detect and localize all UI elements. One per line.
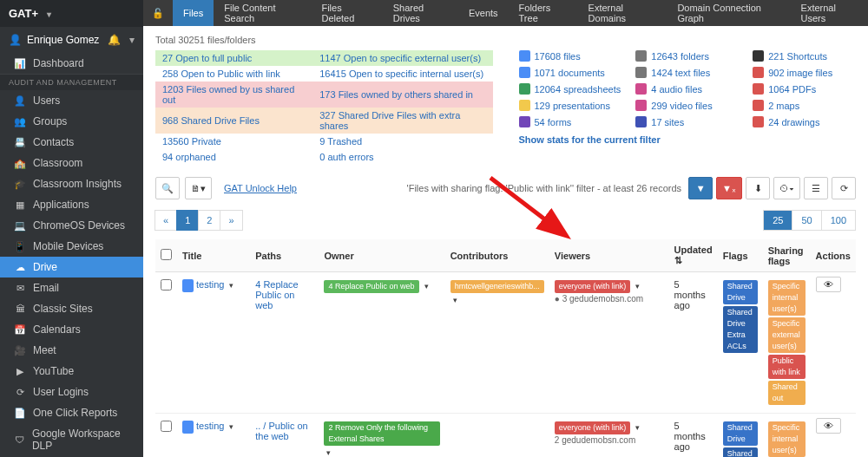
view-button[interactable]: 👁 bbox=[816, 418, 841, 434]
tab-files[interactable]: Files bbox=[173, 0, 214, 26]
file-type-link[interactable]: 4 audio files bbox=[651, 84, 702, 95]
file-title[interactable]: testing bbox=[196, 279, 224, 290]
file-type-link[interactable]: 17 sites bbox=[651, 117, 684, 127]
stats-summary: 27 Open to full public1147 Open to speci… bbox=[155, 50, 493, 165]
bell-icon[interactable]: 🔔 bbox=[108, 34, 121, 46]
stat-link[interactable]: 13560 Private bbox=[162, 136, 221, 147]
brand[interactable]: GAT+ bbox=[0, 0, 143, 27]
row-checkbox[interactable] bbox=[161, 421, 172, 432]
help-link[interactable]: GAT Unlock Help bbox=[224, 183, 297, 193]
sidebar-item-calendars[interactable]: 📅Calendars bbox=[0, 319, 143, 340]
chevron-down-icon[interactable]: ▾ bbox=[129, 34, 135, 46]
col-sharing[interactable]: Sharing flags bbox=[763, 239, 811, 272]
file-type-link[interactable]: 1064 PDFs bbox=[768, 84, 816, 95]
stat-link[interactable]: 258 Open to Public with link bbox=[162, 69, 280, 79]
page-size-option[interactable]: 50 bbox=[792, 210, 821, 231]
file-type-link[interactable]: 1424 text files bbox=[651, 68, 710, 78]
file-type-icon bbox=[753, 100, 764, 111]
stat-link[interactable]: 173 Files owned by others shared in bbox=[319, 89, 473, 100]
nav-icon: 💻 bbox=[14, 220, 26, 232]
show-stats-link[interactable]: Show stats for the current filter bbox=[519, 134, 661, 145]
chevron-down-icon[interactable] bbox=[227, 279, 233, 290]
sidebar-item-mobile-devices[interactable]: 📱Mobile Devices bbox=[0, 236, 143, 257]
file-type-link[interactable]: 902 image files bbox=[768, 68, 832, 78]
schedule-button[interactable]: ⏲▾ bbox=[773, 177, 800, 199]
col-actions[interactable]: Actions bbox=[811, 239, 856, 272]
cell-owner: 4 Replace Public on web bbox=[319, 272, 444, 414]
lock-icon[interactable]: 🔓 bbox=[143, 8, 173, 19]
select-all-checkbox[interactable] bbox=[161, 249, 172, 260]
file-type-link[interactable]: 299 video files bbox=[651, 101, 712, 111]
col-owner[interactable]: Owner bbox=[319, 239, 444, 272]
sidebar-item-classic-sites[interactable]: 🏛Classic Sites bbox=[0, 298, 143, 319]
filter-funnel-button[interactable]: ▼ bbox=[688, 177, 713, 199]
search-button[interactable]: 🔍 bbox=[155, 177, 180, 199]
row-checkbox[interactable] bbox=[161, 279, 172, 291]
file-type-link[interactable]: 2 maps bbox=[768, 101, 799, 111]
stat-link[interactable]: 1147 Open to specific external user(s) bbox=[319, 53, 481, 63]
file-type-link[interactable]: 129 presentations bbox=[535, 101, 610, 111]
columns-button[interactable]: ☰ bbox=[804, 177, 828, 199]
nav-dashboard[interactable]: 📊Dashboard bbox=[0, 53, 143, 74]
file-type-icon bbox=[635, 116, 647, 127]
filter-clear-button[interactable]: ▼ₓ bbox=[716, 177, 742, 199]
page-size-option[interactable]: 100 bbox=[821, 210, 856, 231]
stat-link[interactable]: 327 Shared Drive Files with extra shares bbox=[319, 110, 460, 131]
file-type-link[interactable]: 17608 files bbox=[535, 51, 581, 62]
col-title[interactable]: Title bbox=[177, 239, 250, 272]
tab-domain-connection-graph[interactable]: Domain Connection Graph bbox=[667, 0, 790, 26]
file-title[interactable]: testing bbox=[196, 421, 224, 431]
pager-page[interactable]: « bbox=[155, 210, 177, 231]
sidebar-item-user-logins[interactable]: ⟳User Logins bbox=[0, 382, 143, 402]
tab-external-users[interactable]: External Users bbox=[791, 0, 868, 26]
stat-link[interactable]: 0 auth errors bbox=[319, 152, 373, 162]
sidebar-item-users[interactable]: 👤Users bbox=[0, 90, 143, 111]
sidebar-item-applications[interactable]: ▦Applications bbox=[0, 194, 143, 215]
sidebar-item-youtube[interactable]: ▶YouTube bbox=[0, 361, 143, 382]
stat-link[interactable]: 1203 Files owned by us shared out bbox=[162, 84, 294, 105]
sidebar-item-classroom-insights[interactable]: 🎓Classroom Insights bbox=[0, 173, 143, 194]
sidebar-item-email[interactable]: ✉Email bbox=[0, 277, 143, 298]
file-type-link[interactable]: 54 forms bbox=[535, 117, 572, 127]
file-type-link[interactable]: 221 Shortcuts bbox=[768, 51, 827, 62]
stat-link[interactable]: 27 Open to full public bbox=[162, 53, 252, 63]
col-updated[interactable]: Updated ⇅ bbox=[669, 239, 718, 272]
file-type-link[interactable]: 12643 folders bbox=[651, 51, 709, 62]
sidebar-item-one-click-reports[interactable]: 📄One Click Reports bbox=[0, 402, 143, 423]
col-paths[interactable]: Paths bbox=[250, 239, 319, 272]
export-button[interactable]: 🗎▾ bbox=[185, 177, 212, 199]
sidebar-item-drive[interactable]: ☁Drive bbox=[0, 257, 143, 277]
sidebar-item-contacts[interactable]: 📇Contacts bbox=[0, 132, 143, 153]
stat-link[interactable]: 968 Shared Drive Files bbox=[162, 115, 260, 126]
stat-link[interactable]: 94 orphaned bbox=[162, 152, 216, 162]
view-button[interactable]: 👁 bbox=[816, 277, 841, 292]
brand-text: GAT+ bbox=[9, 7, 38, 20]
sidebar-item-groups[interactable]: 👥Groups bbox=[0, 111, 143, 132]
pager-page[interactable]: 1 bbox=[176, 210, 199, 231]
file-type-link[interactable]: 1071 documents bbox=[535, 68, 605, 78]
tab-file-content-search[interactable]: File Content Search bbox=[214, 0, 311, 26]
download-button[interactable]: ⬇ bbox=[746, 177, 770, 199]
tab-external-domains[interactable]: External Domains bbox=[578, 0, 667, 26]
stat-link[interactable]: 16415 Open to specific internal user(s) bbox=[319, 69, 483, 79]
sidebar-item-chromeos-devices[interactable]: 💻ChromeOS Devices bbox=[0, 215, 143, 236]
pager-page[interactable]: 2 bbox=[198, 210, 220, 231]
sidebar-item-classroom[interactable]: 🏫Classroom bbox=[0, 153, 143, 173]
sidebar-item-google-workspace-dlp[interactable]: 🛡Google Workspace DLP bbox=[0, 423, 143, 456]
tab-events[interactable]: Events bbox=[458, 0, 509, 26]
tab-shared-drives[interactable]: Shared Drives bbox=[383, 0, 458, 26]
col-contrib[interactable]: Contributors bbox=[445, 239, 549, 272]
pager-page[interactable]: » bbox=[220, 210, 242, 231]
col-viewers[interactable]: Viewers bbox=[549, 239, 669, 272]
file-type-link[interactable]: 12064 spreadsheets bbox=[535, 84, 621, 95]
refresh-button[interactable]: ⟳ bbox=[832, 177, 856, 199]
tab-files-deleted[interactable]: Files Deleted bbox=[311, 0, 382, 26]
col-flags[interactable]: Flags bbox=[718, 239, 763, 272]
stat-link[interactable]: 9 Trashed bbox=[319, 136, 362, 147]
file-type-icon bbox=[519, 116, 530, 127]
sidebar-item-meet[interactable]: 🎥Meet bbox=[0, 340, 143, 361]
file-type-link[interactable]: 24 drawings bbox=[768, 117, 819, 127]
page-size-option[interactable]: 25 bbox=[763, 210, 792, 231]
chevron-down-icon[interactable] bbox=[227, 421, 233, 431]
tab-folders-tree[interactable]: Folders Tree bbox=[509, 0, 578, 26]
